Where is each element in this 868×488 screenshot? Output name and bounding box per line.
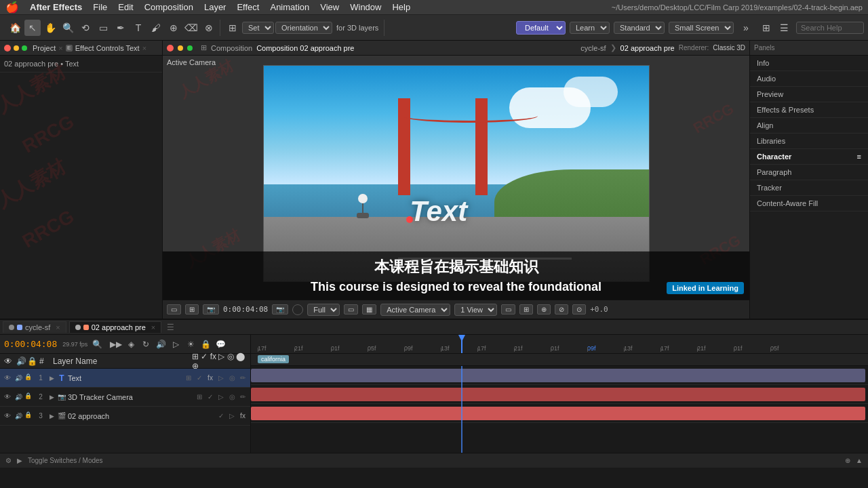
menu-layer[interactable]: Layer (204, 2, 226, 12)
panel-item-align[interactable]: Align (750, 118, 868, 134)
layer-2-sw-pen[interactable]: ✏ (238, 392, 248, 402)
comp-maximize-btn[interactable] (187, 45, 193, 51)
panel-item-character[interactable]: Character ≡ (750, 149, 868, 165)
layer-1-sw-4[interactable]: ◎ (227, 373, 237, 383)
layer-3-audio[interactable]: 🔊 (14, 411, 23, 421)
comp-close-btn[interactable] (167, 45, 174, 52)
layer-3-vis[interactable]: 👁 (3, 411, 12, 421)
menu-composition[interactable]: Composition (144, 2, 193, 12)
layer-1-lock[interactable]: 🔒 (24, 373, 34, 383)
brush-tool[interactable]: 🖌 (148, 20, 164, 36)
layer-1-sw-2[interactable]: ✓ (195, 373, 204, 383)
layer-1-expand[interactable]: ▶ (47, 374, 56, 382)
panel-close-btn[interactable] (4, 45, 11, 52)
view-opts-3[interactable]: ⊕ (537, 304, 551, 314)
layer-2-sw-4[interactable]: ◎ (227, 392, 237, 402)
default-workspace[interactable]: Default (516, 21, 566, 35)
panel-item-paragraph[interactable]: Paragraph (750, 165, 868, 180)
comp-ctrl-btn-1[interactable]: ▭ (167, 304, 181, 314)
text-tool[interactable]: T (130, 20, 146, 36)
tl-comment-btn[interactable]: 💬 (214, 338, 227, 351)
layer-1-sw-1[interactable]: ⊞ (184, 373, 193, 383)
select-tool[interactable]: ↖ (24, 20, 41, 36)
snap-btn[interactable]: ⊞ (224, 20, 241, 36)
render-region-btn[interactable]: ▭ (344, 304, 358, 314)
effect-controls-tab[interactable]: Effect Controls Text (75, 44, 140, 52)
layer-2-sw-1[interactable]: ⊞ (195, 392, 204, 402)
tl-layer-2[interactable]: 👁 🔊 🔒 2 ▶ 📷 3D Tracker Camera ⊞ ✓ ▷ ◎ ✏ (0, 388, 250, 407)
layer-2-lock[interactable]: 🔒 (24, 392, 34, 402)
project-tab[interactable]: Project (33, 44, 56, 52)
apple-menu[interactable]: 🍎 (5, 1, 19, 14)
tl-search-btn[interactable]: 🔍 (90, 338, 104, 351)
tl-tab-menu-icon[interactable]: ☰ (167, 323, 174, 332)
tl-lock-btn[interactable]: 🔒 (199, 338, 212, 351)
breadcrumb-parent[interactable]: cycle-sf (580, 44, 606, 52)
menu-file[interactable]: File (93, 2, 107, 12)
tl-tab-cycle-sf[interactable]: cycle-sf × (3, 321, 66, 333)
panel-item-libraries[interactable]: Libraries (750, 134, 868, 149)
tl-tab-close-cycle[interactable] (9, 325, 14, 330)
home-tool[interactable]: 🏠 (7, 20, 23, 36)
list-view[interactable]: ☰ (776, 20, 792, 36)
tl-tab-approach[interactable]: 02 approach pre × (69, 321, 162, 333)
tl-layer-1[interactable]: 👁 🔊 🔒 1 ▶ T Text ⊞ ✓ fx ▷ ◎ (0, 369, 250, 388)
panel-item-effects-presets[interactable]: Effects & Presets (750, 102, 868, 118)
small-screen-workspace[interactable]: Small Screen (669, 22, 734, 34)
tl-bar-2[interactable] (251, 388, 865, 401)
tl-tab-close-approach[interactable] (75, 325, 81, 330)
layer-2-expand[interactable]: ▶ (47, 393, 56, 401)
tl-loop-btn[interactable]: ↻ (139, 338, 153, 351)
menu-view[interactable]: View (320, 2, 339, 12)
orientation-select[interactable]: Orientation (275, 22, 332, 34)
menu-effect[interactable]: Effect (237, 2, 259, 12)
more-workspaces[interactable]: » (738, 20, 754, 36)
comp-minimize-btn[interactable] (178, 45, 183, 51)
view-opts-4[interactable]: ⊘ (555, 304, 568, 314)
snapshot-btn[interactable]: 📷 (272, 304, 288, 314)
puppet-tool[interactable]: ⊗ (201, 20, 217, 36)
transparency-btn[interactable]: ▦ (362, 304, 376, 314)
layer-1-sw-pen[interactable]: ✏ (238, 373, 248, 383)
tl-bar-1[interactable] (251, 369, 865, 382)
stamp-tool[interactable]: ⊕ (165, 20, 182, 36)
camera-select[interactable]: Active Camera (380, 304, 450, 316)
tl-play-all-btn[interactable]: ▶▶ (109, 338, 123, 351)
tl-solo-btn[interactable]: ☀ (184, 338, 197, 351)
view-select[interactable]: 1 View (454, 304, 497, 316)
panel-maximize-btn[interactable] (22, 45, 27, 51)
panel-item-content-aware[interactable]: Content-Aware Fill (750, 196, 868, 211)
layer-3-sw-fx[interactable]: fx (238, 411, 248, 421)
tl-bar-3[interactable] (251, 407, 865, 420)
menu-animation[interactable]: Animation (270, 2, 309, 12)
resolution-select[interactable]: Full (307, 304, 340, 316)
layer-2-vis[interactable]: 👁 (3, 392, 12, 402)
zoom-tool[interactable]: 🔍 (60, 20, 76, 36)
hand-tool[interactable]: ✋ (42, 20, 58, 36)
tl-bottom-nav-1[interactable]: ⊕ (845, 457, 850, 464)
layer-1-vis[interactable]: 👁 (3, 373, 12, 383)
view-opts-5[interactable]: ⊙ (572, 304, 586, 314)
tl-audio-btn[interactable]: 🔊 (154, 338, 167, 351)
set-select[interactable]: Set (242, 22, 274, 34)
app-name[interactable]: After Effects (30, 2, 82, 12)
layer-2-sw-3[interactable]: ▷ (216, 392, 226, 402)
tl-bottom-icon-1[interactable]: ⚙ (5, 457, 12, 464)
layer-1-sw-3[interactable]: ▷ (216, 373, 226, 383)
comp-ctrl-btn-2[interactable]: ⊞ (185, 304, 199, 314)
panel-item-preview[interactable]: Preview (750, 87, 868, 102)
tl-tab-close-cycle-x[interactable]: × (56, 323, 60, 331)
grid-view[interactable]: ⊞ (758, 20, 774, 36)
tl-layer-3[interactable]: 👁 🔊 🔒 3 ▶ 🎬 02 approach ✓ ▷ fx (0, 407, 250, 426)
layer-1-sw-fx[interactable]: fx (205, 373, 215, 383)
camera-preview-toggle[interactable] (292, 304, 303, 315)
eraser-tool[interactable]: ⌫ (183, 20, 199, 36)
tl-tab-close-approach-x[interactable]: × (151, 323, 155, 331)
standard-workspace[interactable]: Standard (614, 22, 665, 34)
view-opts-1[interactable]: ▭ (501, 304, 515, 314)
layer-3-lock[interactable]: 🔒 (24, 411, 34, 421)
learn-workspace[interactable]: Learn (570, 22, 610, 34)
panel-minimize-btn[interactable] (14, 45, 19, 51)
tl-bottom-icon-2[interactable]: ▶ (17, 457, 22, 464)
panel-item-tracker[interactable]: Tracker (750, 180, 868, 196)
